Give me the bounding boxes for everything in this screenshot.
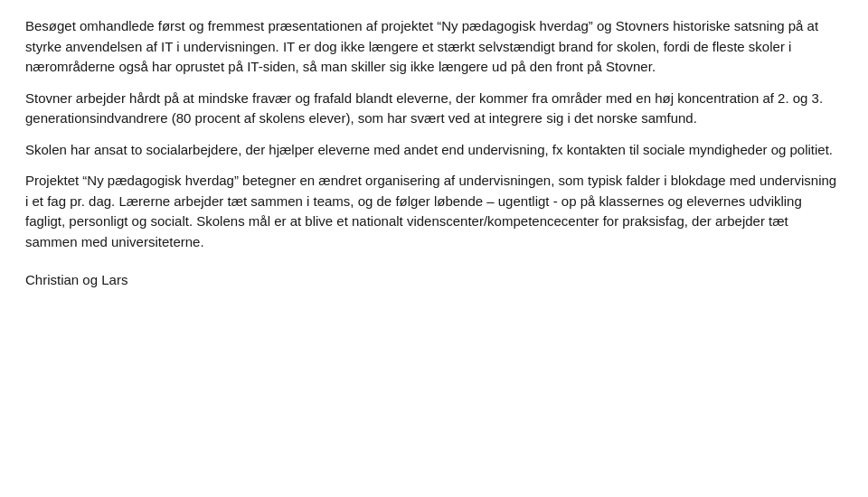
author-line: Christian og Lars	[25, 270, 843, 291]
page-container: Besøget omhandlede først og fremmest præ…	[0, 0, 868, 497]
paragraph-3: Skolen har ansat to socialarbejdere, der…	[25, 140, 843, 161]
paragraph-4: Projektet “Ny pædagogisk hverdag” betegn…	[25, 171, 843, 252]
paragraph-2: Stovner arbejder hårdt på at mindske fra…	[25, 89, 843, 129]
paragraph-1: Besøget omhandlede først og fremmest præ…	[25, 16, 843, 78]
